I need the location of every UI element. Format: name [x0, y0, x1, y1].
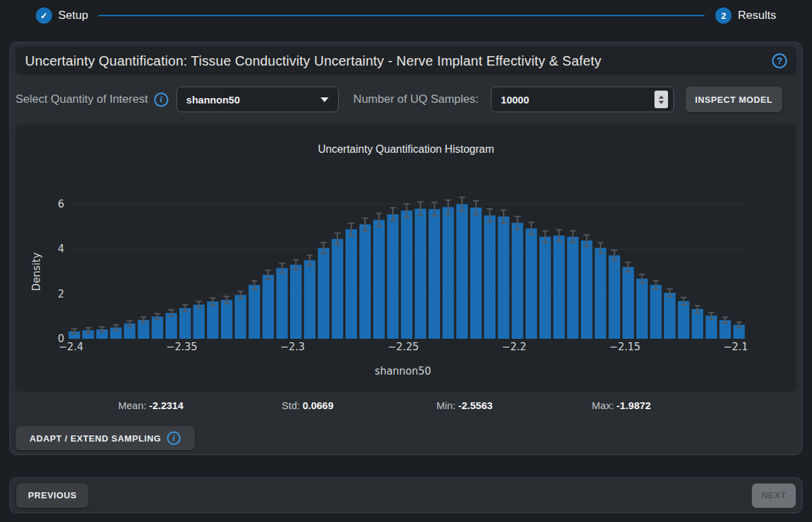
svg-text:shannon50: shannon50 [375, 365, 431, 377]
inspect-model-button[interactable]: INSPECT MODEL [686, 87, 782, 112]
svg-text:−2.15: −2.15 [609, 341, 640, 353]
svg-text:6: 6 [57, 198, 64, 210]
spinner-up-icon[interactable] [659, 95, 664, 99]
help-icon[interactable]: ? [772, 53, 787, 68]
footer-bar: PREVIOUS NEXT [9, 477, 803, 513]
adapt-sampling-label: ADAPT / EXTEND SAMPLING [30, 433, 161, 444]
svg-text:−2.4: −2.4 [59, 341, 83, 353]
svg-text:−2.2: −2.2 [502, 341, 526, 353]
svg-text:−2.25: −2.25 [388, 341, 419, 353]
stat-mean: Mean:-2.2314 [72, 400, 229, 414]
step-number-badge: 2 [715, 7, 732, 24]
title-bar: Uncertainty Quantification: Tissue Condu… [16, 47, 796, 75]
spinner-down-icon[interactable] [659, 101, 664, 104]
chart-panel: Uncertainty Quantification Histogram 024… [16, 124, 796, 392]
stat-min-label: Min: [436, 400, 455, 411]
svg-text:−2.3: −2.3 [280, 341, 304, 353]
page: ✓ Setup 2 Results Uncertainty Quantifica… [0, 0, 812, 522]
stats-row: Mean:-2.2314 Std:0.0669 Min:-2.5563 Max:… [72, 400, 700, 414]
svg-text:−2.35: −2.35 [166, 341, 197, 353]
samples-label: Number of UQ Samples: [354, 93, 479, 106]
qoi-select[interactable]: shannon50 [176, 87, 339, 112]
samples-input-wrap [491, 87, 674, 112]
stat-mean-label: Mean: [118, 400, 147, 411]
page-title: Uncertainty Quantification: Tissue Condu… [25, 53, 602, 69]
controls-row: Select Quantity of Interest i shannon50 … [16, 85, 796, 114]
samples-input[interactable] [501, 94, 654, 105]
qoi-selected-value: shannon50 [187, 94, 240, 105]
next-button[interactable]: NEXT [752, 483, 796, 508]
qoi-info-icon[interactable]: i [154, 93, 168, 107]
previous-button[interactable]: PREVIOUS [16, 483, 89, 508]
step-setup-label: Setup [58, 9, 88, 22]
svg-text:2: 2 [57, 288, 64, 300]
stat-std: Std:0.0669 [229, 400, 386, 414]
stepper-step-results[interactable]: 2 Results [715, 7, 776, 24]
stat-min: Min:-2.5563 [386, 400, 543, 414]
stat-mean-value: -2.2314 [149, 400, 183, 411]
stat-max-value: -1.9872 [617, 400, 651, 411]
stat-max-label: Max: [592, 400, 614, 411]
svg-text:Density: Density [30, 252, 43, 291]
histogram-svg: 0246−2.4−2.35−2.3−2.25−2.2−2.15−2.1shann… [16, 124, 796, 392]
stepper-line [99, 15, 704, 16]
step-results-label: Results [738, 9, 776, 22]
stat-min-value: -2.5563 [458, 400, 493, 411]
adapt-info-icon[interactable]: i [167, 431, 181, 445]
main-card: Uncertainty Quantification: Tissue Condu… [9, 42, 803, 455]
qoi-label: Select Quantity of Interest [16, 93, 148, 106]
stat-std-value: 0.0669 [302, 400, 333, 411]
chevron-down-icon [320, 97, 329, 102]
stepper-step-setup[interactable]: ✓ Setup [36, 7, 88, 24]
stepper: ✓ Setup 2 Results [0, 0, 812, 31]
svg-text:4: 4 [57, 243, 64, 255]
svg-text:−2.1: −2.1 [723, 341, 748, 353]
number-spinner[interactable] [654, 91, 668, 108]
adapt-sampling-button[interactable]: ADAPT / EXTEND SAMPLING i [16, 426, 195, 450]
check-circle-icon: ✓ [36, 7, 52, 24]
stat-std-label: Std: [282, 400, 300, 411]
stat-max: Max:-1.9872 [543, 400, 700, 414]
